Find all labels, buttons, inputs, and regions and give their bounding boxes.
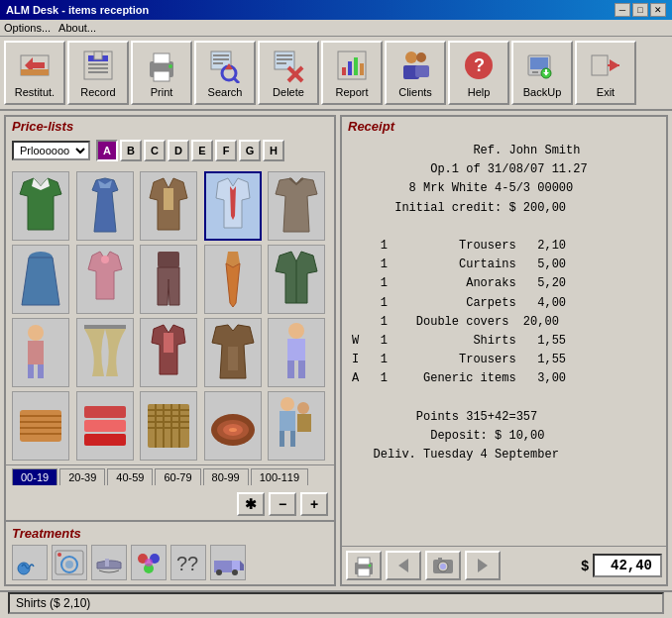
svg-marker-114 [478, 559, 488, 572]
treatment-wash[interactable] [12, 545, 48, 580]
minus-button[interactable]: − [269, 492, 296, 516]
receipt-footer-3: Deliv. Tuesday 4 September [352, 446, 656, 464]
price-lists-title: Price-lists [6, 117, 334, 136]
restitut-button[interactable]: Restitut. [4, 41, 65, 105]
alpha-btn-b[interactable]: B [120, 140, 142, 161]
svg-rect-49 [158, 252, 179, 267]
svg-rect-86 [290, 431, 295, 447]
svg-rect-8 [94, 52, 102, 59]
item-dress[interactable] [76, 171, 134, 241]
search-button[interactable]: Search [194, 41, 256, 105]
svg-text:??: ?? [176, 553, 198, 574]
svg-rect-53 [28, 364, 34, 378]
page-tab-0019[interactable]: 00-19 [12, 468, 57, 485]
receipt-area: Ref. John Smith Op.1 of 31/08/07 11.27 8… [342, 136, 666, 546]
item-trousers[interactable] [140, 245, 197, 314]
report-label: Report [335, 86, 368, 98]
alpha-btn-a[interactable]: A [96, 140, 118, 161]
svg-rect-15 [213, 58, 229, 60]
item-skirt[interactable] [12, 245, 69, 314]
svg-point-31 [405, 52, 417, 63]
help-label: Help [468, 86, 491, 98]
svg-rect-29 [354, 57, 358, 75]
item-curtain[interactable] [76, 318, 134, 387]
treatment-delivery[interactable] [210, 545, 246, 580]
item-suit[interactable] [140, 171, 197, 241]
backup-icon [524, 48, 560, 83]
item-figure1[interactable] [12, 318, 69, 387]
svg-rect-22 [277, 58, 292, 60]
svg-point-108 [369, 565, 372, 567]
page-tab-100119[interactable]: 100-119 [251, 468, 308, 485]
help-button[interactable]: ? Help [448, 41, 509, 105]
item-coat2[interactable] [204, 318, 262, 387]
treatment-iron[interactable] [91, 545, 127, 580]
treatment-special[interactable]: ?? [170, 545, 206, 580]
plus-button[interactable]: + [300, 492, 328, 516]
alpha-btn-d[interactable]: D [168, 140, 189, 161]
clients-label: Clients [398, 86, 432, 98]
svg-point-93 [57, 553, 61, 557]
right-panel: Receipt Ref. John Smith Op.1 of 31/08/07… [340, 115, 668, 586]
status-bar: Shirts ($ 2,10) [0, 590, 672, 614]
svg-rect-5 [88, 63, 108, 65]
minimize-button[interactable]: ─ [615, 3, 630, 17]
treatment-color[interactable] [131, 545, 167, 580]
treatment-machine[interactable] [52, 545, 87, 580]
svg-rect-46 [164, 188, 173, 210]
clients-icon [397, 48, 433, 83]
star-button[interactable]: ✱ [237, 492, 265, 516]
alpha-btn-h[interactable]: H [263, 140, 284, 161]
close-button[interactable]: ✕ [650, 3, 666, 17]
alpha-btn-g[interactable]: G [239, 140, 261, 161]
item-figure2[interactable] [268, 318, 325, 387]
svg-rect-106 [358, 558, 370, 565]
receipt-camera-button[interactable] [425, 551, 461, 580]
menu-about[interactable]: About... [58, 22, 96, 34]
print-icon [144, 48, 179, 83]
item-coat[interactable] [268, 171, 325, 241]
page-tab-8099[interactable]: 80-99 [203, 468, 249, 485]
item-blouse[interactable] [76, 245, 134, 314]
item-blanket[interactable] [12, 391, 69, 461]
backup-button[interactable]: BackUp [511, 41, 573, 105]
alpha-btn-f[interactable]: F [215, 140, 237, 161]
receipt-footer-1: Points 315+42=357 [352, 408, 656, 427]
maximize-button[interactable]: □ [632, 3, 648, 17]
receipt-next-button[interactable] [465, 551, 501, 580]
clients-button[interactable]: Clients [385, 41, 446, 105]
report-button[interactable]: Report [321, 41, 383, 105]
record-button[interactable]: Record [67, 41, 129, 105]
page-tab-4059[interactable]: 40-59 [107, 468, 153, 485]
item-figures3[interactable] [268, 391, 325, 461]
svg-marker-101 [232, 561, 240, 570]
svg-rect-68 [84, 420, 126, 432]
item-carpet[interactable] [204, 391, 262, 461]
svg-rect-30 [360, 63, 364, 75]
delete-icon [271, 48, 306, 83]
item-jacket[interactable] [12, 171, 69, 241]
svg-rect-67 [84, 406, 126, 418]
item-fabric[interactable] [140, 391, 197, 461]
svg-rect-107 [358, 568, 370, 576]
svg-rect-34 [415, 65, 429, 77]
exit-button[interactable]: Exit [575, 41, 636, 105]
record-label: Record [80, 86, 115, 98]
receipt-print-button[interactable] [346, 551, 382, 580]
price-list-select[interactable]: Prloooooo [12, 141, 90, 160]
item-jacket2[interactable] [268, 245, 325, 314]
item-towels[interactable] [76, 391, 134, 461]
delete-button[interactable]: Delete [258, 41, 319, 105]
page-tab-6079[interactable]: 60-79 [155, 468, 200, 485]
print-button[interactable]: Print [131, 41, 192, 105]
item-tie[interactable] [204, 245, 262, 314]
receipt-prev-button[interactable] [386, 551, 421, 580]
menu-options[interactable]: Options... [4, 22, 51, 34]
svg-rect-23 [277, 62, 286, 64]
total-value: 42,40 [593, 554, 662, 577]
item-suit2[interactable] [140, 318, 197, 387]
alpha-btn-e[interactable]: E [191, 140, 213, 161]
item-shirt-tie[interactable] [204, 171, 262, 241]
page-tab-2039[interactable]: 20-39 [59, 468, 105, 485]
alpha-btn-c[interactable]: C [144, 140, 166, 161]
